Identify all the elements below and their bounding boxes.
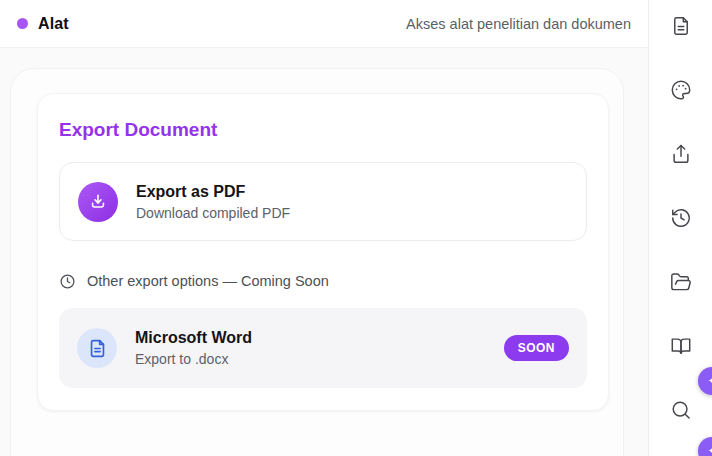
soon-badge: SOON bbox=[504, 335, 569, 361]
tools-container: Export Document Export as PDF Download c… bbox=[10, 68, 624, 456]
folder-open-icon bbox=[670, 271, 692, 293]
sidebar-item-upload[interactable] bbox=[661, 134, 701, 174]
search-icon bbox=[670, 399, 692, 421]
sidebar-item-library[interactable] bbox=[661, 326, 701, 366]
sidebar-item-search[interactable] bbox=[661, 390, 701, 430]
sparkle-icon bbox=[706, 375, 712, 388]
sidebar-item-theme[interactable] bbox=[661, 70, 701, 110]
export-word-card[interactable]: Microsoft Word Export to .docx SOON bbox=[59, 308, 587, 388]
coming-soon-row: Other export options — Coming Soon bbox=[59, 271, 587, 291]
word-document-icon bbox=[77, 328, 117, 368]
word-option-subtitle: Export to .docx bbox=[135, 351, 252, 367]
download-icon bbox=[78, 182, 118, 222]
export-pdf-card[interactable]: Export as PDF Download compiled PDF bbox=[59, 162, 587, 241]
upload-icon bbox=[670, 143, 692, 165]
document-icon bbox=[670, 15, 692, 37]
pdf-option-title: Export as PDF bbox=[136, 183, 290, 201]
page-subtitle: Akses alat penelitian dan dokumen bbox=[406, 16, 631, 32]
history-icon bbox=[670, 207, 692, 229]
page-title: Alat bbox=[38, 15, 69, 33]
pdf-option-subtitle: Download compiled PDF bbox=[136, 205, 290, 221]
clock-icon bbox=[59, 273, 76, 290]
status-dot-icon bbox=[17, 18, 28, 29]
sidebar-item-document[interactable] bbox=[661, 6, 701, 46]
palette-icon bbox=[670, 79, 692, 101]
main-area: Alat Akses alat penelitian dan dokumen E… bbox=[0, 0, 648, 456]
sidebar-item-history[interactable] bbox=[661, 198, 701, 238]
export-document-title: Export Document bbox=[59, 119, 587, 141]
word-option-title: Microsoft Word bbox=[135, 329, 252, 347]
sidebar-item-files[interactable] bbox=[661, 262, 701, 302]
sparkle-icon bbox=[706, 445, 712, 456]
app-header: Alat Akses alat penelitian dan dokumen bbox=[0, 0, 648, 48]
book-open-icon bbox=[670, 335, 692, 357]
export-panel: Export Document Export as PDF Download c… bbox=[37, 93, 609, 411]
content-area: Export Document Export as PDF Download c… bbox=[0, 48, 648, 456]
coming-soon-label: Other export options — Coming Soon bbox=[87, 273, 329, 289]
